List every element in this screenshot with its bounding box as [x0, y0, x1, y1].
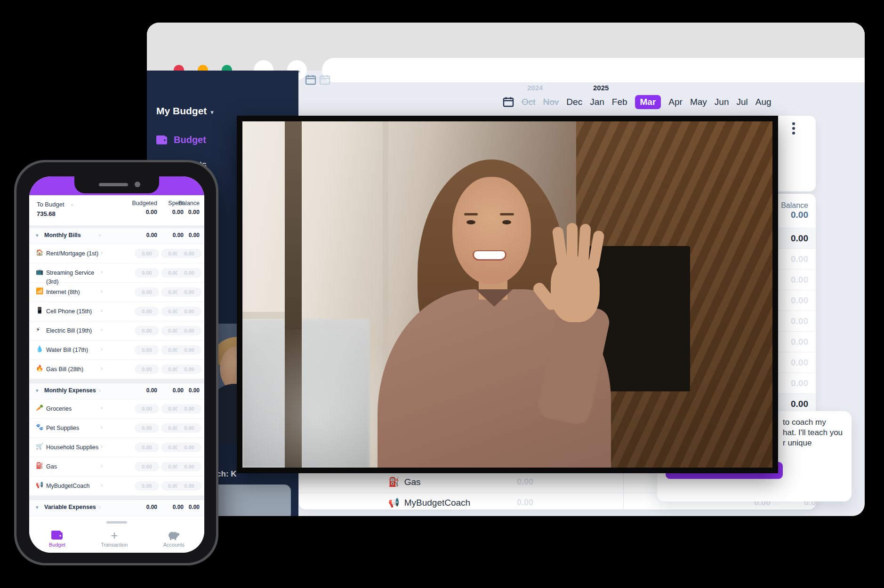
plus-icon: +	[111, 531, 118, 540]
phone-category-row[interactable]: 📱 Cell Phone (15th) › 0.00 0.00 0.00	[29, 302, 204, 321]
month-option-oct[interactable]: Oct	[522, 97, 536, 107]
budgeted-label: Budgeted	[132, 200, 157, 207]
megaphone-icon: 📢	[36, 481, 43, 488]
budgeted-pill: 0.00	[135, 268, 159, 278]
url-input[interactable]	[331, 64, 865, 73]
balance-pill: 0.00	[177, 365, 201, 374]
phone-category-row[interactable]: 📺 Streaming Service (3rd) › 0.00 0.00 0.…	[29, 263, 204, 283]
phone-mockup: To Budget › 735.68 Budgeted 0.00 Spent 0…	[14, 160, 218, 565]
phone-category-row[interactable]: 🥕 Groceries › 0.00 0.00 0.00	[29, 399, 204, 419]
month-option-mar[interactable]: Mar	[635, 95, 661, 109]
chevron-right-icon: ›	[99, 387, 101, 394]
waving-hand-palm	[551, 256, 600, 322]
category-label: Pet Supplies	[46, 424, 99, 433]
balance-row-value: 0.00	[791, 337, 808, 347]
month-option-nov[interactable]: Nov	[543, 97, 559, 107]
category-label: Rent/Mortgage (1st)	[46, 249, 99, 258]
balance-label: Balance	[178, 200, 200, 207]
month-option-jun[interactable]: Jun	[715, 97, 729, 107]
balance-pill: 0.00	[177, 345, 201, 355]
chevron-right-icon: ›	[101, 346, 103, 352]
month-option-jan[interactable]: Jan	[590, 97, 604, 107]
budgeted-pill: 0.00	[135, 307, 159, 316]
calendar-icon[interactable]	[305, 74, 316, 86]
phone-category-row[interactable]: 🐾 Pet Supplies › 0.00 0.00 0.00	[29, 419, 204, 438]
month-option-aug[interactable]: Aug	[755, 97, 771, 107]
balance-summary-col: Balance 0.00	[178, 200, 200, 215]
flame-icon: 🔥	[36, 365, 43, 372]
group-spent: 0.00	[173, 232, 184, 238]
nav-item-accounts[interactable]: Accounts	[163, 531, 185, 548]
balance-pill: 0.00	[177, 462, 201, 471]
group-label: Variable Expenses	[44, 504, 96, 510]
to-budget-label: To Budget	[37, 201, 64, 208]
category-label: Groceries	[46, 405, 99, 413]
browser-menu-kebab-icon[interactable]	[839, 60, 843, 79]
balance-pill: 0.00	[177, 307, 201, 316]
budgeted-pill: 0.00	[135, 481, 159, 491]
chevron-right-icon: ›	[101, 307, 103, 314]
workspace-switcher[interactable]: My Budget▾	[156, 105, 214, 117]
year-2024-label: 2024	[527, 84, 543, 92]
to-budget-value: 735.68	[37, 210, 73, 217]
category-label: Internet (8th)	[46, 288, 99, 297]
balance-row-value: 0.00	[791, 399, 808, 409]
caret-down-icon: ▾	[210, 109, 214, 116]
nav-label: Budget	[49, 542, 65, 548]
month-option-apr[interactable]: Apr	[668, 97, 683, 107]
sidebar-item-label: Budget	[174, 135, 206, 145]
eyebrow	[500, 213, 514, 215]
budgeted-pill: 0.00	[135, 287, 159, 297]
nav-label: Transaction	[101, 542, 128, 548]
month-option-feb[interactable]: Feb	[612, 97, 627, 107]
budgeted-pill: 0.00	[135, 462, 159, 471]
budgeted-pill: 0.00	[135, 423, 159, 433]
chat-line: r unique	[783, 438, 812, 448]
month-option-jul[interactable]: Jul	[736, 97, 747, 107]
phone-category-row[interactable]: 📶 Internet (8th) › 0.00 0.00 0.00	[29, 283, 204, 302]
chevron-right-icon: ›	[101, 269, 103, 275]
calendar-icon-secondary[interactable]	[319, 74, 330, 86]
nav-item-transaction[interactable]: + Transaction	[101, 531, 128, 548]
phone-group-row-variable-expenses[interactable]: ▾ Variable Expenses › 0.00 0.00 0.00	[29, 500, 204, 516]
wifi-icon: 📶	[36, 287, 43, 294]
sidebar-item-budget[interactable]: Budget	[156, 133, 206, 146]
video-options-kebab-icon[interactable]	[792, 122, 795, 135]
phone-category-row[interactable]: 🏠 Rent/Mortgage (1st) › 0.00 0.00 0.00	[29, 244, 204, 263]
home-indicator	[106, 521, 127, 524]
balance-pill: 0.00	[177, 481, 201, 491]
balance-pill: 0.00	[177, 326, 201, 335]
carrot-icon: 🥕	[36, 404, 43, 411]
phone-category-row[interactable]: ⛽ Gas › 0.00 0.00 0.00	[29, 457, 204, 477]
nav-item-budget[interactable]: Budget	[49, 531, 65, 548]
chevron-right-icon: ›	[101, 424, 103, 430]
woman-face	[452, 177, 531, 284]
group-balance: 0.00	[189, 387, 200, 394]
phone-category-row[interactable]: ⚡ Electric Bill (19th) › 0.00 0.00 0.00	[29, 321, 204, 341]
caret-down-icon: ▾	[36, 232, 39, 238]
month-option-dec[interactable]: Dec	[566, 97, 582, 107]
balance-pill: 0.00	[177, 404, 201, 413]
balance-pill: 0.00	[177, 423, 201, 433]
budgeted-pill: 0.00	[135, 443, 159, 452]
phone-category-row[interactable]: 🛒 Household Supplies › 0.00 0.00 0.00	[29, 438, 204, 457]
url-bar[interactable]	[322, 58, 865, 82]
caret-down-icon: ▾	[36, 388, 39, 394]
phone-group-row-monthly-expenses[interactable]: ▾ Monthly Expenses › 0.00 0.00 0.00	[29, 383, 204, 399]
budgeted-summary-col: Budgeted 0.00	[132, 200, 157, 215]
coach-action-button[interactable]	[206, 485, 291, 516]
chevron-right-icon: ›	[101, 365, 103, 372]
calendar-icon-months[interactable]	[503, 96, 514, 108]
water-drop-icon: 💧	[36, 345, 43, 352]
month-option-may[interactable]: May	[690, 97, 707, 107]
category-label: Cell Phone (15th)	[46, 307, 99, 316]
phone-category-row[interactable]: 📢 MyBudgetCoach › 0.00 0.00 0.00	[29, 477, 204, 496]
to-budget-block[interactable]: To Budget › 735.68	[37, 200, 73, 217]
phone-category-row[interactable]: 💧 Water Bill (17th) › 0.00 0.00 0.00	[29, 341, 204, 360]
group-budgeted: 0.00	[146, 387, 157, 394]
phone-category-row[interactable]: 🔥 Gas Bill (28th) › 0.00 0.00 0.00	[29, 360, 204, 379]
phone-group-row-monthly-bills[interactable]: ▾ Monthly Bills › 0.00 0.00 0.00	[29, 228, 204, 244]
phone-speaker	[99, 183, 128, 186]
eyebrow	[464, 213, 478, 215]
balance-row-value: 0.00	[791, 254, 808, 264]
